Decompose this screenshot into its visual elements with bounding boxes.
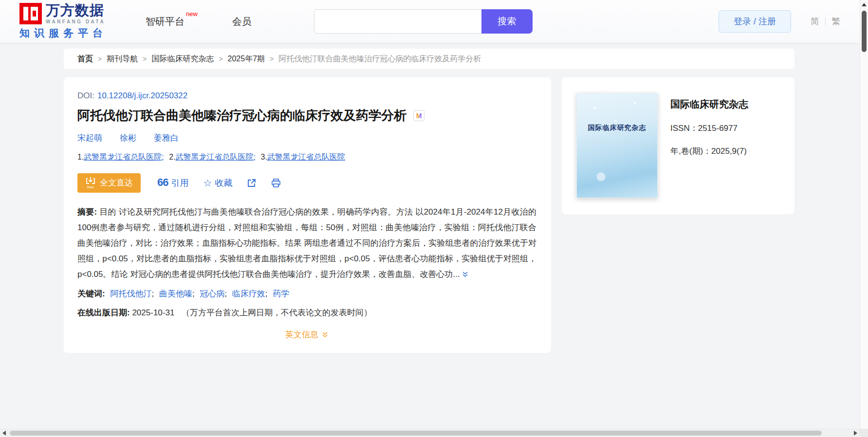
search-button[interactable]: 搜索 — [481, 9, 533, 34]
english-info-row: 英文信息 — [77, 329, 536, 340]
fulltext-button[interactable]: free 全文直达 — [77, 173, 141, 193]
vertical-scrollbar[interactable] — [860, 0, 868, 429]
nav-item-member[interactable]: 会员 — [232, 15, 252, 28]
keyword-separator: ; — [224, 289, 227, 298]
abstract-text: 目的 讨论及研究阿托伐他汀与曲美他嗪联合治疗冠心病的效果，明确药学内容。方法 以… — [77, 207, 536, 279]
keyword-separator: ; — [265, 289, 268, 298]
online-date-note: （万方平台首次上网日期，不代表论文的发表时间） — [182, 308, 372, 317]
author-list: 宋起萌 徐彬 姜雅白 — [77, 132, 536, 144]
search-bar: 搜索 — [314, 9, 533, 34]
affiliation-separator: ; — [254, 153, 256, 161]
cite-label: 引用 — [171, 177, 188, 189]
vertical-scroll-thumb[interactable] — [862, 11, 867, 52]
wanfang-logo-icon — [19, 3, 42, 24]
chevron-double-down-icon — [321, 331, 329, 338]
keyword-link[interactable]: 冠心病 — [200, 289, 224, 298]
breadcrumb: 首页 > 期刊导航 > 国际临床研究杂志 > 2025年7期 > 阿托伐他汀联合… — [64, 49, 794, 69]
lang-simplified[interactable]: 简 — [811, 16, 819, 27]
lang-divider — [825, 18, 826, 25]
doi-label: DOI: — [77, 91, 94, 100]
print-button[interactable] — [271, 178, 281, 188]
brand-tagline: 知识服务平台 — [19, 26, 119, 40]
keyword-separator: ; — [151, 289, 154, 298]
article-card: DOI:10.12208/j.ijcr.20250322 阿托伐他汀联合曲美他嗪… — [64, 77, 551, 353]
journal-issn-row: ISSN：2515-6977 — [670, 123, 748, 134]
english-info-toggle[interactable]: 英文信息 — [285, 329, 329, 340]
author-link[interactable]: 宋起萌 — [77, 132, 102, 144]
journal-name[interactable]: 国际临床研究杂志 — [670, 98, 748, 111]
affiliation-number: 1. — [77, 153, 84, 161]
breadcrumb-separator: > — [98, 55, 102, 63]
nav-zhiyan-label: 智研平台 — [146, 16, 185, 27]
keyword-separator: ; — [192, 289, 195, 298]
affiliation-list: 1.武警黑龙江省总队医院; 2.武警黑龙江省总队医院; 3.武警黑龙江省总队医院 — [77, 152, 536, 163]
keyword-list: 关键词: 阿托伐他汀; 曲美他嗪; 冠心病; 临床疗效; 药学 — [77, 288, 536, 299]
language-switch: 简 繁 — [811, 16, 840, 27]
breadcrumb-current: 阿托伐他汀联合曲美他嗪治疗冠心病的临床疗效及药学分析 — [278, 54, 481, 64]
abstract-label: 摘要: — [77, 207, 97, 217]
breadcrumb-separator: > — [219, 55, 222, 63]
horizontal-scroll-thumb[interactable] — [10, 431, 822, 436]
star-icon: ☆ — [203, 178, 212, 188]
share-icon — [247, 178, 257, 188]
scroll-left-arrow-icon[interactable] — [2, 431, 6, 436]
favorite-label: 收藏 — [215, 177, 232, 189]
affiliation-separator: ; — [162, 153, 164, 161]
affiliation-link[interactable]: 武警黑龙江省总队医院 — [84, 153, 162, 161]
online-publish-date-row: 在线出版日期: 2025-10-31 （万方平台首次上网日期，不代表论文的发表时… — [77, 307, 536, 318]
search-input[interactable] — [314, 9, 481, 34]
scrollbar-corner — [860, 429, 868, 437]
favorite-button[interactable]: ☆ 收藏 — [203, 177, 232, 189]
journal-volume-row: 年,卷(期)：2025,9(7) — [670, 146, 748, 157]
wanfang-logo[interactable]: 万方数据 WANFANG DATA 知识服务平台 — [19, 3, 119, 40]
author-link[interactable]: 徐彬 — [120, 132, 136, 144]
cite-button[interactable]: 66 引用 — [157, 177, 188, 189]
abstract-expand-icon[interactable] — [462, 271, 469, 278]
keywords-label: 关键词: — [77, 289, 105, 298]
scroll-right-arrow-icon[interactable] — [854, 431, 857, 436]
keyword-link[interactable]: 临床疗效 — [232, 289, 265, 298]
keyword-link[interactable]: 阿托伐他汀 — [110, 289, 151, 298]
new-badge: new — [186, 10, 198, 18]
horizontal-scrollbar[interactable] — [0, 429, 860, 437]
english-info-label: 英文信息 — [285, 329, 318, 340]
doi-link[interactable]: 10.12208/j.ijcr.20250322 — [97, 91, 187, 100]
breadcrumb-journal-nav[interactable]: 期刊导航 — [107, 54, 138, 64]
breadcrumb-home[interactable]: 首页 — [77, 54, 93, 64]
breadcrumb-separator: > — [270, 55, 274, 63]
journal-cover[interactable]: 国际临床研究杂志 — [576, 93, 658, 198]
issn-label: ISSN： — [670, 124, 698, 133]
share-button[interactable] — [247, 178, 257, 188]
nav-item-zhiyan[interactable]: 智研平台new — [146, 15, 196, 28]
keyword-link[interactable]: 曲美他嗪 — [159, 289, 192, 298]
journal-card: 国际临床研究杂志 国际临床研究杂志 ISSN：2515-6977 年,卷(期)：… — [562, 77, 794, 214]
fulltext-label: 全文直达 — [100, 177, 133, 188]
article-title: 阿托伐他汀联合曲美他嗪治疗冠心病的临床疗效及药学分析 — [77, 108, 406, 124]
lang-traditional[interactable]: 繁 — [831, 16, 840, 27]
brand-name-cn: 万方数据 — [46, 3, 105, 18]
svg-text:free: free — [87, 185, 94, 189]
affiliation-link[interactable]: 武警黑龙江省总队医院 — [176, 153, 254, 161]
affiliation-number: 2. — [169, 153, 175, 161]
breadcrumb-separator: > — [143, 55, 147, 63]
site-header: 万方数据 WANFANG DATA 知识服务平台 智研平台new 会员 搜索 登… — [0, 0, 860, 43]
volume-label: 年,卷(期)： — [670, 146, 711, 156]
free-download-icon: free — [85, 176, 96, 190]
main-nav: 智研平台new 会员 — [146, 15, 252, 28]
scroll-up-arrow-icon[interactable] — [862, 3, 867, 6]
affiliation-link[interactable]: 武警黑龙江省总队医院 — [267, 153, 345, 161]
breadcrumb-journal[interactable]: 国际临床研究杂志 — [151, 54, 214, 64]
brand-name-en: WANFANG DATA — [46, 19, 105, 24]
action-toolbar: free 全文直达 66 引用 ☆ 收藏 — [77, 173, 536, 193]
quote-icon: 66 — [157, 177, 168, 188]
online-date-value: 2025-10-31 — [132, 308, 174, 317]
print-icon — [271, 178, 281, 188]
keyword-link[interactable]: 药学 — [273, 289, 289, 298]
author-link[interactable]: 姜雅白 — [154, 132, 179, 144]
journal-cover-title: 国际临床研究杂志 — [588, 124, 646, 198]
medical-badge[interactable]: M — [413, 110, 425, 121]
affiliation-number: 3. — [261, 153, 267, 161]
login-register-button[interactable]: 登录 / 注册 — [719, 10, 791, 33]
breadcrumb-issue[interactable]: 2025年7期 — [228, 54, 265, 64]
abstract: 摘要: 目的 讨论及研究阿托伐他汀与曲美他嗪联合治疗冠心病的效果，明确药学内容。… — [77, 204, 536, 282]
